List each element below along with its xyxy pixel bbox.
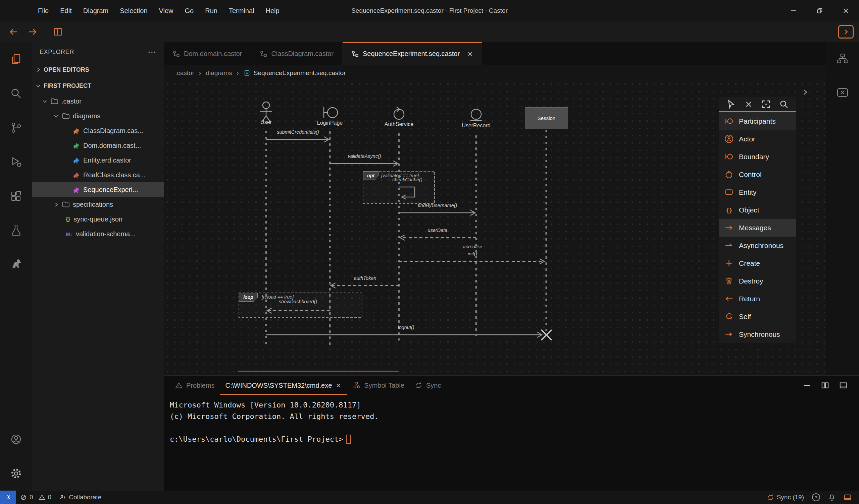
message-submitcredentials[interactable]: submitCredentials() xyxy=(277,129,319,135)
menu-diagram[interactable]: Diagram xyxy=(77,0,115,21)
maximize-button[interactable] xyxy=(807,0,833,21)
activity-run-debug[interactable] xyxy=(0,145,32,179)
collaborate-button[interactable]: Collaborate xyxy=(55,491,105,504)
panel-tab-problems[interactable]: Problems xyxy=(170,376,220,395)
tab-sequence-experiment[interactable]: SequenceExperiment.seq.castor xyxy=(343,42,482,65)
minimize-button[interactable] xyxy=(781,0,807,21)
participant-userrecord[interactable]: UserRecord xyxy=(462,123,490,129)
activity-castor[interactable] xyxy=(0,247,32,282)
clear-tool-icon[interactable] xyxy=(744,99,753,109)
tree-item-castor-folder[interactable]: .castor xyxy=(32,94,164,109)
tree-item-sync-queue-json[interactable]: {} sync-queue.json xyxy=(32,212,164,226)
select-tool-icon[interactable] xyxy=(726,99,736,109)
palette-item-control[interactable]: Control xyxy=(719,166,796,183)
symbol-outline-view-button[interactable] xyxy=(826,42,859,76)
problems-status-button[interactable]: 0 0 xyxy=(16,491,55,504)
close-tab-icon[interactable] xyxy=(467,51,473,57)
menu-edit[interactable]: Edit xyxy=(54,0,77,21)
breadcrumb-item-castor[interactable]: .castor xyxy=(175,69,194,77)
message-validateasync[interactable]: validateAsync() xyxy=(348,154,381,159)
palette-item-boundary[interactable]: Boundary xyxy=(719,148,796,166)
message-userdata[interactable]: userData xyxy=(428,227,448,233)
notifications-button[interactable] xyxy=(824,491,840,504)
palette-item-asynchronous[interactable]: Asynchronous xyxy=(719,237,796,254)
feedback-button[interactable]: ? xyxy=(808,491,824,504)
tree-item-realclass[interactable]: RealClass.class.ca... xyxy=(32,168,164,182)
terminal-output[interactable]: Microsoft Windows [Version 10.0.26200.81… xyxy=(164,395,859,445)
menu-terminal[interactable]: Terminal xyxy=(223,0,260,21)
activity-settings[interactable] xyxy=(0,456,32,491)
panel-toggle-status-button[interactable] xyxy=(840,491,856,504)
panel-tab-terminal[interactable]: C:\WINDOWS\SYSTEM32\cmd.exe xyxy=(220,376,347,395)
menu-help[interactable]: Help xyxy=(260,0,285,21)
remote-indicator-button[interactable] xyxy=(0,491,16,504)
activity-explorer[interactable] xyxy=(0,42,32,76)
participant-loginpage[interactable]: LoginPage xyxy=(317,120,343,126)
participant-authservice[interactable]: AuthService xyxy=(385,121,413,127)
palette-item-object[interactable]: { } Object xyxy=(719,201,796,219)
palette-item-entity[interactable]: Entity xyxy=(719,183,796,201)
sync-status-button[interactable]: Sync (19) xyxy=(763,491,808,504)
palette-item-create[interactable]: Create xyxy=(719,254,796,272)
forward-button[interactable] xyxy=(28,27,37,36)
debug-console-view-button[interactable] xyxy=(826,76,859,109)
palette-item-actor[interactable]: Actor xyxy=(719,130,796,148)
layout-split-button[interactable] xyxy=(53,27,63,36)
fragment-loop-guard[interactable]: [reload == true] xyxy=(262,294,293,300)
tab-dom-domain[interactable]: Dom.domain.castor xyxy=(164,42,251,65)
palette-item-destroy[interactable]: Destroy xyxy=(719,272,796,290)
diagram-editor-canvas[interactable]: User LoginPage AuthService UserRecord Se… xyxy=(164,80,826,375)
fit-frame-icon[interactable] xyxy=(761,99,771,109)
breadcrumb-item-diagrams[interactable]: diagrams xyxy=(206,69,232,77)
section-open-editors[interactable]: OPEN EDITORS xyxy=(32,62,164,78)
message-findbyusername[interactable]: findByUsername() xyxy=(418,203,457,208)
tree-item-diagrams-folder[interactable]: diagrams xyxy=(32,109,164,123)
explorer-more-actions[interactable]: ⋯ xyxy=(148,49,156,55)
tree-item-specifications-folder[interactable]: specifications xyxy=(32,197,164,212)
activity-search[interactable] xyxy=(0,76,32,111)
tree-item-entity-erd[interactable]: Entity.erd.castor xyxy=(32,153,164,168)
activity-extensions[interactable] xyxy=(0,179,32,213)
open-right-panel-button[interactable] xyxy=(838,25,854,38)
section-first-project[interactable]: FIRST PROJECT xyxy=(32,78,164,94)
panel-tab-symbol-table[interactable]: Symbol Table xyxy=(347,376,410,395)
menu-go[interactable]: Go xyxy=(179,0,200,21)
tree-item-sequence-experiment[interactable]: SequenceExperi... xyxy=(32,182,164,197)
message-create-stereotype[interactable]: «create» xyxy=(463,244,482,249)
horizontal-scrollbar[interactable] xyxy=(238,371,398,372)
fragment-loop-operator[interactable]: loop xyxy=(239,293,258,302)
tree-item-validation-schema[interactable]: M↓ validation-schema... xyxy=(32,226,164,241)
panel-tab-sync[interactable]: Sync xyxy=(410,376,446,395)
close-button[interactable] xyxy=(833,0,859,21)
split-panel-icon[interactable] xyxy=(821,381,829,390)
breadcrumb-item-file[interactable]: SequenceExperiment.seq.castor xyxy=(244,69,346,77)
palette-item-return[interactable]: Return xyxy=(719,290,796,308)
activity-account[interactable] xyxy=(0,422,32,456)
participant-session-box[interactable]: Session xyxy=(525,107,568,129)
fragment-opt-operator[interactable]: opt xyxy=(363,171,378,180)
palette-item-synchronous[interactable]: Synchronous xyxy=(719,326,796,343)
menu-run[interactable]: Run xyxy=(199,0,223,21)
menu-file[interactable]: File xyxy=(32,0,54,21)
palette-item-messages[interactable]: Messages xyxy=(719,219,796,237)
palette-item-participants[interactable]: Participants xyxy=(719,112,796,130)
activity-source-control[interactable] xyxy=(0,111,32,145)
fragment-opt-guard[interactable]: [validated == true] xyxy=(381,173,419,178)
tab-classdiagram[interactable]: ClassDiagram.castor xyxy=(251,42,343,65)
new-terminal-icon[interactable] xyxy=(803,381,811,390)
palette-collapse-chevron-icon[interactable] xyxy=(801,89,809,96)
tree-item-classdiagram[interactable]: ClassDiagram.cas... xyxy=(32,123,164,138)
message-showdashboard[interactable]: showDashboard() xyxy=(279,299,317,304)
zoom-search-icon[interactable] xyxy=(779,99,789,109)
tree-item-domdomain[interactable]: Dom.domain.cast... xyxy=(32,138,164,153)
panel-layout-icon[interactable] xyxy=(839,381,848,390)
activity-testing[interactable] xyxy=(0,213,32,247)
menu-selection[interactable]: Selection xyxy=(114,0,153,21)
palette-item-self[interactable]: Self xyxy=(719,308,796,326)
close-panel-tab-icon[interactable] xyxy=(335,382,342,389)
message-authtoken[interactable]: authToken xyxy=(354,275,376,281)
back-button[interactable] xyxy=(9,27,19,36)
menu-view[interactable]: View xyxy=(153,0,179,21)
participant-user[interactable]: User xyxy=(260,119,272,125)
message-logout[interactable]: logout() xyxy=(397,325,414,330)
